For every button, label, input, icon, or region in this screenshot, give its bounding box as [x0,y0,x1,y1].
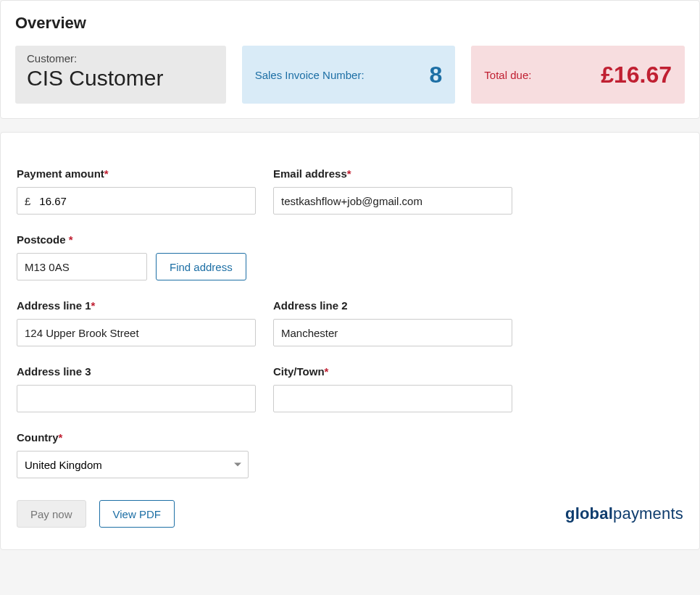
overview-panel: Overview Customer: CIS Customer Sales In… [0,0,700,119]
payment-amount-input[interactable] [39,188,248,214]
pay-now-button: Pay now [17,500,86,528]
customer-value: CIS Customer [27,66,214,91]
address2-input[interactable] [273,319,512,346]
city-field: City/Town* [273,365,512,412]
country-label: Country* [17,431,512,444]
payment-amount-label: Payment amount* [17,167,256,180]
find-address-button[interactable]: Find address [156,253,246,280]
city-input[interactable] [273,385,512,412]
email-input[interactable] [273,187,512,215]
invoice-label: Sales Invoice Number: [255,69,364,81]
address2-field: Address line 2 [273,299,512,346]
payment-amount-input-wrapper: £ [17,187,256,215]
postcode-input[interactable] [17,253,147,280]
card-invoice: Sales Invoice Number: 8 [242,46,456,104]
city-label: City/Town* [273,365,512,378]
address3-input[interactable] [17,385,256,412]
address3-field: Address line 3 [17,365,256,412]
total-due-label: Total due: [484,69,531,81]
customer-label: Customer: [27,52,214,65]
overview-title: Overview [15,14,685,33]
address3-label: Address line 3 [17,365,256,378]
postcode-field: Postcode * Find address [17,233,512,280]
country-field: Country* United Kingdom [17,431,512,478]
address1-field: Address line 1* [17,299,256,346]
footer-buttons: Pay now View PDF [17,500,175,528]
address1-input[interactable] [17,319,256,346]
email-label: Email address* [273,167,512,180]
currency-symbol: £ [25,195,30,207]
overview-cards: Customer: CIS Customer Sales Invoice Num… [15,46,685,104]
card-customer: Customer: CIS Customer [15,46,226,104]
payment-amount-field: Payment amount* £ [17,167,256,215]
address2-label: Address line 2 [273,299,512,312]
invoice-value: 8 [430,62,443,88]
footer-row: Pay now View PDF globalpayments [17,500,683,528]
total-due-value: £16.67 [601,62,672,88]
country-select[interactable]: United Kingdom [17,451,249,478]
payment-form-panel: Payment amount* £ Email address* Postcod… [0,132,700,550]
globalpayments-logo: globalpayments [565,504,683,523]
form-grid: Payment amount* £ Email address* Postcod… [17,167,512,478]
address1-label: Address line 1* [17,299,256,312]
email-field: Email address* [273,167,512,215]
card-total-due: Total due: £16.67 [471,46,685,104]
postcode-label: Postcode * [17,233,512,246]
view-pdf-button[interactable]: View PDF [99,500,175,528]
